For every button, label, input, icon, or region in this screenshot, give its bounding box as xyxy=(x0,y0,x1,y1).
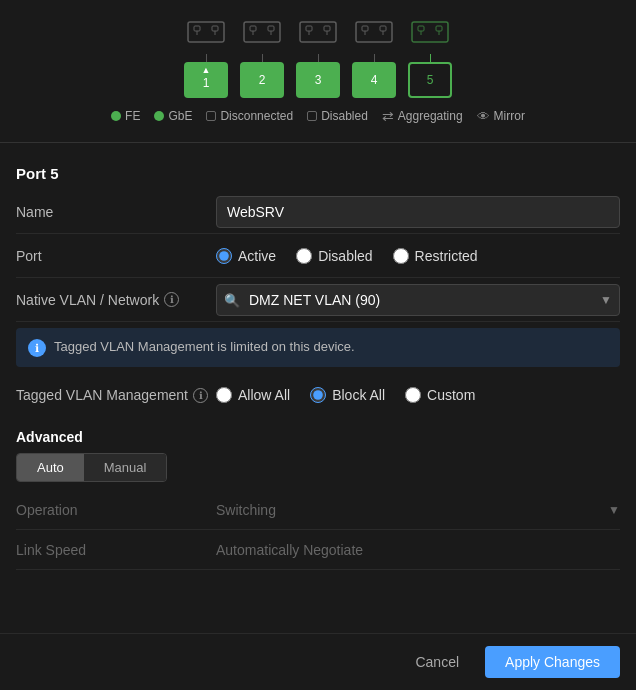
legend-disabled: Disabled xyxy=(307,108,368,124)
tagged-vlan-radio-group: Allow All Block All Custom xyxy=(216,387,620,403)
svg-rect-6 xyxy=(250,26,256,31)
tagged-vlan-block-all-input[interactable] xyxy=(310,387,326,403)
mode-toggle-group: Auto Manual xyxy=(16,453,167,482)
tagged-vlan-control: Allow All Block All Custom xyxy=(216,387,620,403)
tagged-vlan-allow-all-label: Allow All xyxy=(238,387,290,403)
legend-fe: FE xyxy=(111,108,140,124)
port-diagram: ▲ 1 2 3 4 5 FE GbE Disconnected xyxy=(0,0,636,132)
port-radio-active[interactable]: Active xyxy=(216,248,276,264)
svg-rect-11 xyxy=(306,26,312,31)
port-icon-5 xyxy=(408,16,452,48)
port-label: Port xyxy=(16,248,216,264)
port-icon-3 xyxy=(296,16,340,48)
svg-rect-22 xyxy=(436,26,442,31)
port-row: Port Active Disabled Restricted xyxy=(16,234,620,278)
port-radio-restricted[interactable]: Restricted xyxy=(393,248,478,264)
tagged-vlan-block-all-label: Block All xyxy=(332,387,385,403)
port-radio-restricted-input[interactable] xyxy=(393,248,409,264)
vlan-select-wrapper: 🔍 DMZ NET VLAN (90) ▼ xyxy=(216,284,620,316)
tagged-vlan-allow-all-input[interactable] xyxy=(216,387,232,403)
port-button-3[interactable]: 3 xyxy=(296,62,340,98)
name-label: Name xyxy=(16,204,216,220)
legend-aggregating: ⇄ Aggregating xyxy=(382,108,463,124)
advanced-section: Advanced Auto Manual Operation Switching… xyxy=(0,417,636,570)
advanced-title: Advanced xyxy=(16,417,620,453)
name-control xyxy=(216,196,620,228)
form-body: Name Port Active Disabled Restricted xyxy=(0,190,636,417)
operation-row: Operation Switching ▼ xyxy=(16,490,620,530)
port-button-4[interactable]: 4 xyxy=(352,62,396,98)
vlan-select[interactable]: DMZ NET VLAN (90) xyxy=(216,284,620,316)
tagged-vlan-custom-input[interactable] xyxy=(405,387,421,403)
vlan-search-icon: 🔍 xyxy=(224,292,240,307)
name-row: Name xyxy=(16,190,620,234)
legend-gbe: GbE xyxy=(154,108,192,124)
port-radio-disabled-label: Disabled xyxy=(318,248,372,264)
info-circle-icon: ℹ xyxy=(28,339,46,357)
operation-select-wrap: Switching xyxy=(216,502,604,518)
port-icon-4 xyxy=(352,16,396,48)
mode-auto-button[interactable]: Auto xyxy=(17,454,84,481)
tagged-vlan-label: Tagged VLAN Management ℹ xyxy=(16,387,216,403)
port-legend: FE GbE Disconnected Disabled ⇄ Aggregati… xyxy=(111,108,525,124)
port-icon-row xyxy=(184,16,452,48)
port-radio-disabled-input[interactable] xyxy=(296,248,312,264)
link-speed-row: Link Speed Automatically Negotiate xyxy=(16,530,620,570)
footer: Cancel Apply Changes xyxy=(0,633,636,690)
operation-label: Operation xyxy=(16,502,216,518)
svg-rect-21 xyxy=(418,26,424,31)
vlan-label: Native VLAN / Network ℹ xyxy=(16,292,216,308)
legend-mirror: 👁 Mirror xyxy=(477,108,525,124)
port-radio-active-input[interactable] xyxy=(216,248,232,264)
svg-rect-2 xyxy=(212,26,218,31)
svg-rect-12 xyxy=(324,26,330,31)
top-divider xyxy=(0,142,636,143)
name-input[interactable] xyxy=(216,196,620,228)
port-icon-2 xyxy=(240,16,284,48)
vlan-info-banner: ℹ Tagged VLAN Management is limited on t… xyxy=(16,328,620,367)
operation-chevron-icon: ▼ xyxy=(608,503,620,517)
cancel-button[interactable]: Cancel xyxy=(399,646,475,678)
tagged-vlan-block-all[interactable]: Block All xyxy=(310,387,385,403)
svg-rect-7 xyxy=(268,26,274,31)
port-icon-1 xyxy=(184,16,228,48)
link-speed-value: Automatically Negotiate xyxy=(216,542,620,558)
vlan-info-icon[interactable]: ℹ xyxy=(164,292,179,307)
tagged-vlan-row: Tagged VLAN Management ℹ Allow All Block… xyxy=(16,373,620,417)
tagged-vlan-custom-label: Custom xyxy=(427,387,475,403)
port-radio-active-label: Active xyxy=(238,248,276,264)
vlan-control: 🔍 DMZ NET VLAN (90) ▼ xyxy=(216,284,620,316)
port-radio-disabled[interactable]: Disabled xyxy=(296,248,372,264)
svg-rect-16 xyxy=(362,26,368,31)
port-button-2[interactable]: 2 xyxy=(240,62,284,98)
svg-rect-17 xyxy=(380,26,386,31)
tagged-vlan-info-icon[interactable]: ℹ xyxy=(193,388,208,403)
vlan-row: Native VLAN / Network ℹ 🔍 DMZ NET VLAN (… xyxy=(16,278,620,322)
svg-rect-10 xyxy=(300,22,336,42)
operation-select[interactable]: Switching xyxy=(216,502,604,518)
port-control: Active Disabled Restricted xyxy=(216,248,620,264)
mode-manual-button[interactable]: Manual xyxy=(84,454,167,481)
link-speed-label: Link Speed xyxy=(16,542,216,558)
port-button-1[interactable]: ▲ 1 xyxy=(184,62,228,98)
svg-rect-15 xyxy=(356,22,392,42)
port-radio-group: Active Disabled Restricted xyxy=(216,248,620,264)
section-title: Port 5 xyxy=(0,153,636,190)
vlan-banner-text: Tagged VLAN Management is limited on thi… xyxy=(54,338,355,357)
svg-rect-1 xyxy=(194,26,200,31)
apply-changes-button[interactable]: Apply Changes xyxy=(485,646,620,678)
svg-rect-0 xyxy=(188,22,224,42)
port-button-row: ▲ 1 2 3 4 5 xyxy=(184,62,452,98)
port-radio-restricted-label: Restricted xyxy=(415,248,478,264)
tagged-vlan-custom[interactable]: Custom xyxy=(405,387,475,403)
svg-rect-20 xyxy=(412,22,448,42)
svg-rect-5 xyxy=(244,22,280,42)
legend-disconnected: Disconnected xyxy=(206,108,293,124)
tagged-vlan-allow-all[interactable]: Allow All xyxy=(216,387,290,403)
port-button-5[interactable]: 5 xyxy=(408,62,452,98)
